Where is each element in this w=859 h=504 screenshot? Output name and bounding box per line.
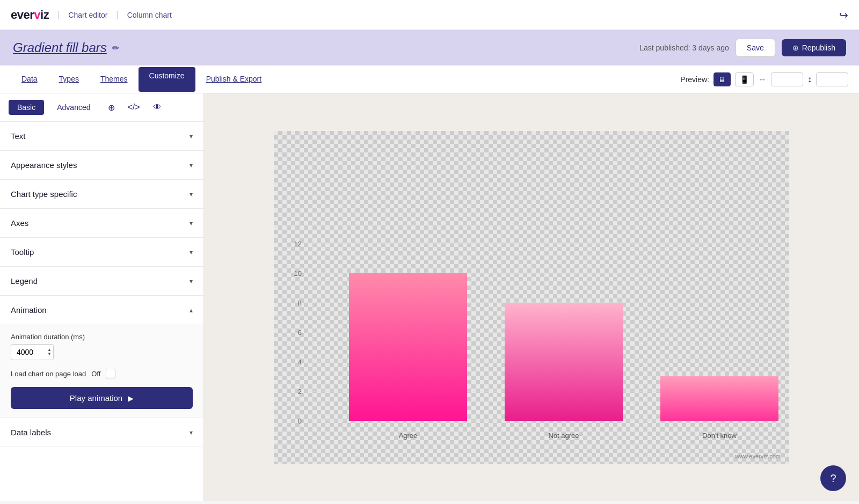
sub-tab-basic[interactable]: Basic <box>9 100 44 115</box>
breadcrumb-type[interactable]: Column chart <box>127 11 172 19</box>
preview-controls: Preview: 🖥 📱 ↔ ↕ <box>680 72 848 86</box>
accordion-animation-chevron: ▴ <box>190 306 193 314</box>
load-chart-state: Off <box>91 370 100 378</box>
duration-stepper: ▲ ▼ <box>47 348 52 356</box>
svg-text:Don't know: Don't know <box>702 432 737 440</box>
main-content: Basic Advanced ⊕ </> 👁 Text ▾ Appearance… <box>0 93 859 501</box>
exit-icon[interactable]: ↪ <box>839 9 848 21</box>
accordion-data-labels-header[interactable]: Data labels ▾ <box>0 418 203 447</box>
accordion-axes-header[interactable]: Axes ▾ <box>0 209 203 237</box>
play-animation-button[interactable]: Play animation ▶ <box>11 387 193 409</box>
sub-tab-globe-icon[interactable]: ⊕ <box>104 100 119 115</box>
duration-row: Animation duration (ms) ▲ ▼ <box>11 333 193 360</box>
tab-publish[interactable]: Publish & Export <box>195 67 273 92</box>
preview-desktop-btn[interactable]: 🖥 <box>714 72 731 86</box>
logo-dot: v <box>34 8 40 21</box>
help-button[interactable]: ? <box>820 465 846 491</box>
accordion-legend-header[interactable]: Legend ▾ <box>0 267 203 295</box>
accordion-tooltip-header[interactable]: Tooltip ▾ <box>0 238 203 266</box>
tab-themes[interactable]: Themes <box>90 67 139 92</box>
svg-text:0: 0 <box>298 417 302 425</box>
bar-dont-know[interactable] <box>660 376 778 421</box>
accordion-text-chevron: ▾ <box>190 133 193 140</box>
republish-icon: ⊕ <box>792 43 799 52</box>
sub-tab-bar: Basic Advanced ⊕ </> 👁 <box>0 93 203 122</box>
accordion-axes: Axes ▾ <box>0 209 203 238</box>
title-bar: Gradient fill bars ✏ Last published: 3 d… <box>0 30 859 65</box>
breadcrumb-editor[interactable]: Chart editor <box>68 11 107 19</box>
tab-data[interactable]: Data <box>11 67 48 92</box>
svg-text:2: 2 <box>298 388 302 396</box>
chart-title[interactable]: Gradient fill bars <box>13 40 107 55</box>
svg-text:Agree: Agree <box>399 432 418 440</box>
logo: everviz <box>11 8 49 22</box>
svg-text:Not agree: Not agree <box>548 432 579 440</box>
bar-agree[interactable] <box>349 273 467 421</box>
accordion-text: Text ▾ <box>0 122 203 151</box>
accordion-animation-header[interactable]: Animation ▴ <box>0 296 203 324</box>
preview-height-icon: ↕ <box>807 75 812 84</box>
nav-left: everviz | Chart editor | Column chart <box>11 8 172 22</box>
svg-text:10: 10 <box>294 269 302 277</box>
duration-decrement[interactable]: ▼ <box>47 352 52 356</box>
republish-label: Republish <box>802 43 835 52</box>
top-nav: everviz | Chart editor | Column chart ↪ <box>0 0 859 30</box>
title-right: Last published: 3 days ago Save ⊕ Republ… <box>639 39 846 57</box>
last-published-label: Last published: 3 days ago <box>639 43 729 52</box>
accordion-data-labels-chevron: ▾ <box>190 429 193 436</box>
accordion-legend-chevron: ▾ <box>190 277 193 285</box>
load-chart-label: Load chart on page load <box>11 370 86 378</box>
accordion-data-labels-label: Data labels <box>11 428 51 437</box>
accordion-appearance: Appearance styles ▾ <box>0 151 203 180</box>
logo-text: everviz <box>11 8 49 22</box>
accordion-tooltip-chevron: ▾ <box>190 249 193 256</box>
accordion-tooltip: Tooltip ▾ <box>0 238 203 267</box>
tab-customize[interactable]: Customize <box>139 67 195 92</box>
accordion-axes-chevron: ▾ <box>190 220 193 227</box>
edit-icon[interactable]: ✏ <box>112 43 119 53</box>
preview-sep: ↔ <box>758 75 767 84</box>
duration-label: Animation duration (ms) <box>11 333 193 341</box>
preview-mobile-btn[interactable]: 📱 <box>735 72 754 86</box>
accordion-tooltip-label: Tooltip <box>11 247 34 257</box>
accordion-chart-type: Chart type specific ▾ <box>0 180 203 209</box>
duration-input-wrap: ▲ ▼ <box>11 344 54 360</box>
accordion-animation-label: Animation <box>11 305 47 315</box>
play-icon: ▶ <box>128 394 134 403</box>
preview-height-input[interactable] <box>816 72 848 86</box>
accordion-axes-label: Axes <box>11 218 28 228</box>
accordion-legend-label: Legend <box>11 276 38 286</box>
accordion-chart-type-label: Chart type specific <box>11 189 77 199</box>
preview-label: Preview: <box>680 75 709 84</box>
chart-container: 0 2 4 6 8 10 12 <box>274 131 789 464</box>
accordion-text-label: Text <box>11 132 26 141</box>
sub-tab-advanced[interactable]: Advanced <box>48 100 99 115</box>
accordion-chart-type-header[interactable]: Chart type specific ▾ <box>0 180 203 208</box>
breadcrumb-sep: | <box>116 10 118 20</box>
accordion-appearance-label: Appearance styles <box>11 160 77 170</box>
tab-types[interactable]: Types <box>48 67 90 92</box>
nav-divider: | <box>57 10 60 20</box>
load-chart-row: Load chart on page load Off <box>11 369 193 378</box>
preview-width-input[interactable] <box>771 72 803 86</box>
accordion-data-labels: Data labels ▾ <box>0 418 203 447</box>
accordion-appearance-chevron: ▾ <box>190 162 193 169</box>
accordion-text-header[interactable]: Text ▾ <box>0 122 203 150</box>
accordion-chart-type-chevron: ▾ <box>190 191 193 198</box>
nav-right: ↪ <box>839 9 848 21</box>
sub-tab-code-icon[interactable]: </> <box>123 100 144 114</box>
load-chart-toggle[interactable] <box>106 369 115 378</box>
svg-text:12: 12 <box>294 240 302 248</box>
sub-tab-eye-icon[interactable]: 👁 <box>149 100 166 114</box>
accordion-animation: Animation ▴ Animation duration (ms) ▲ ▼ <box>0 296 203 418</box>
panel-scroll: Text ▾ Appearance styles ▾ Chart type sp… <box>0 122 203 501</box>
play-animation-label: Play animation <box>70 393 122 403</box>
save-button[interactable]: Save <box>736 39 775 57</box>
svg-text:6: 6 <box>298 328 302 337</box>
accordion-appearance-header[interactable]: Appearance styles ▾ <box>0 151 203 179</box>
left-panel: Basic Advanced ⊕ </> 👁 Text ▾ Appearance… <box>0 93 204 501</box>
republish-button[interactable]: ⊕ Republish <box>782 39 846 56</box>
tab-bar: Data Types Themes Customize Publish & Ex… <box>0 65 859 93</box>
bar-not-agree[interactable] <box>505 303 623 421</box>
chart-area: 0 2 4 6 8 10 12 <box>204 93 859 501</box>
